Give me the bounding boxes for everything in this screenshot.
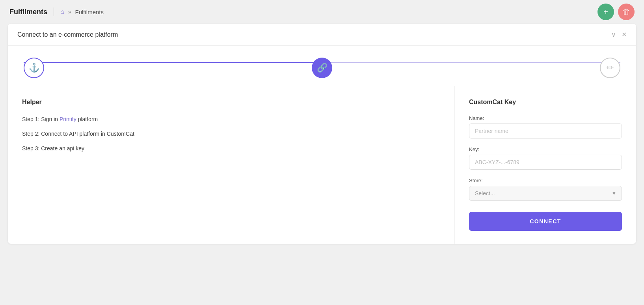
connect-button-label: CONNECT — [530, 218, 561, 225]
connect-button[interactable]: CONNECT — [469, 212, 622, 231]
delete-button[interactable]: 🗑 — [618, 4, 635, 20]
link-icon: 🔗 — [317, 63, 328, 73]
trash-icon: 🗑 — [622, 7, 630, 17]
plus-icon: + — [603, 7, 608, 17]
home-icon[interactable]: ⌂ — [60, 8, 64, 15]
close-button[interactable]: ✕ — [622, 31, 627, 38]
helper-title: Helper — [22, 99, 440, 106]
stepper: ⚓ 🔗 ✏ — [8, 46, 636, 86]
page-title: Fulfilments — [9, 8, 47, 16]
close-icon: ✕ — [622, 31, 627, 38]
topbar: Fulfilments ⌂ » Fulfilments + 🗑 — [0, 0, 644, 24]
helper-step-1: Step 1: Sign in Printify platform — [22, 115, 440, 123]
step-1[interactable]: ⚓ — [24, 58, 44, 78]
step1-text-before: Step 1: Sign in — [22, 116, 60, 122]
name-label: Name: — [469, 115, 622, 121]
topbar-actions: + 🗑 — [597, 4, 635, 20]
chevron-down-icon: ∨ — [611, 31, 616, 38]
helper-step-3: Step 3: Create an api key — [22, 144, 440, 153]
step-2[interactable]: 🔗 — [312, 58, 332, 78]
breadcrumb-arrow: » — [68, 9, 71, 15]
store-field-group: Store: Select... ▼ — [469, 178, 622, 201]
step2-text: Step 2: Connect to API platform in Custo… — [22, 131, 134, 137]
topbar-separator — [54, 7, 54, 16]
store-label: Store: — [469, 178, 622, 183]
step1-text-after: platform — [76, 116, 98, 122]
name-field-group: Name: — [469, 115, 622, 138]
step-3[interactable]: ✏ — [600, 58, 620, 78]
add-button[interactable]: + — [597, 4, 614, 20]
helper-panel: Helper Step 1: Sign in Printify platform… — [8, 86, 455, 244]
card-title: Connect to an e-commerce platform — [17, 31, 118, 38]
stepper-steps: ⚓ 🔗 ✏ — [24, 58, 620, 78]
printify-link[interactable]: Printify — [60, 116, 76, 122]
card-content: Helper Step 1: Sign in Printify platform… — [8, 86, 636, 244]
name-input[interactable] — [469, 123, 622, 138]
helper-step-2: Step 2: Connect to API platform in Custo… — [22, 130, 440, 138]
store-select[interactable]: Select... — [469, 186, 622, 201]
key-field-group: Key: — [469, 146, 622, 170]
card-header-actions: ∨ ✕ — [611, 31, 627, 38]
key-input[interactable] — [469, 155, 622, 170]
card-header: Connect to an e-commerce platform ∨ ✕ — [8, 24, 636, 46]
topbar-left: Fulfilments ⌂ » Fulfilments — [9, 7, 104, 16]
collapse-button[interactable]: ∨ — [611, 31, 616, 38]
main-card: Connect to an e-commerce platform ∨ ✕ ⚓ … — [8, 24, 636, 244]
breadcrumb-label: Fulfilments — [75, 9, 104, 15]
step3-text: Step 3: Create an api key — [22, 145, 84, 152]
key-label: Key: — [469, 146, 622, 152]
anchor-icon: ⚓ — [29, 63, 39, 73]
store-select-wrapper: Select... ▼ — [469, 186, 622, 201]
right-panel: CustomCat Key Name: Key: Store: Select..… — [455, 86, 636, 244]
edit-icon: ✏ — [607, 63, 614, 73]
right-panel-title: CustomCat Key — [469, 99, 622, 106]
